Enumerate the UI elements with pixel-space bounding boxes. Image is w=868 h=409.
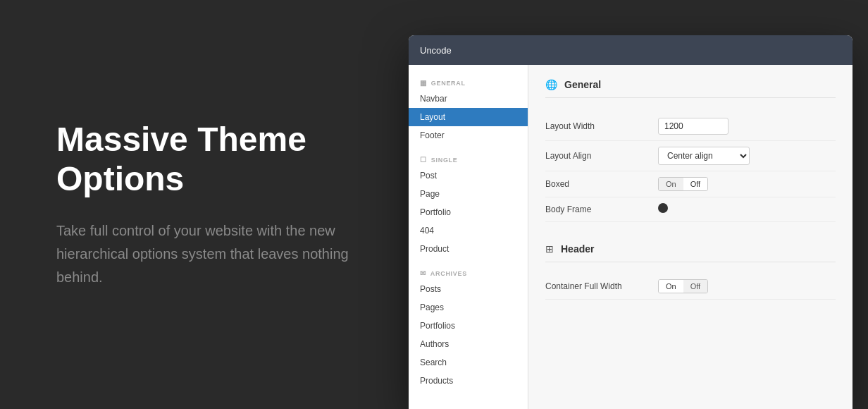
layout-align-select[interactable]: Center align <box>658 147 750 165</box>
sidebar-item-products[interactable]: Products <box>409 372 528 390</box>
right-panel: Uncode ▦ GENERAL Navbar Layout Footer <box>409 0 868 409</box>
sidebar-item-product[interactable]: Product <box>409 240 528 258</box>
headline-line1: Massive Theme <box>56 121 306 158</box>
body-frame-radio[interactable] <box>658 203 668 213</box>
sidebar-item-pages[interactable]: Pages <box>409 298 528 317</box>
main-content: 🌐 General Layout Width Layout Align Cent <box>528 65 852 409</box>
headline-line2: Options <box>56 160 184 197</box>
sidebar-item-portfolios[interactable]: Portfolios <box>409 317 528 335</box>
layout-width-label: Layout Width <box>545 121 658 131</box>
body-frame-row: Body Frame <box>545 197 836 222</box>
sidebar-divider-1 <box>409 145 528 152</box>
sidebar-item-404[interactable]: 404 <box>409 221 528 240</box>
boxed-toggle-group: On Off <box>658 177 708 191</box>
sidebar-item-authors[interactable]: Authors <box>409 335 528 353</box>
boxed-on-button[interactable]: On <box>659 178 683 190</box>
sidebar-item-posts[interactable]: Posts <box>409 280 528 298</box>
subtext: Take full control of your website with t… <box>56 219 352 289</box>
sidebar-item-footer[interactable]: Footer <box>409 126 528 145</box>
sidebar-divider-2 <box>409 258 528 265</box>
layout-align-value: Center align <box>658 147 836 165</box>
window-title: Uncode <box>420 45 452 56</box>
container-toggle-group: On Off <box>658 279 708 293</box>
window-titlebar: Uncode <box>409 35 852 65</box>
header-section-heading: ⊞ Header <box>545 243 836 262</box>
container-full-width-label: Container Full Width <box>545 281 658 291</box>
header-section-text: Header <box>561 243 594 255</box>
sidebar-item-search[interactable]: Search <box>409 353 528 372</box>
general-section-label: ▦ GENERAL <box>409 75 528 90</box>
single-label-text: SINGLE <box>431 157 458 164</box>
sidebar-item-post[interactable]: Post <box>409 166 528 185</box>
globe-icon: 🌐 <box>545 79 557 90</box>
sidebar-item-layout[interactable]: Layout <box>409 108 528 126</box>
boxed-off-button[interactable]: Off <box>683 178 707 190</box>
sidebar-item-portfolio[interactable]: Portfolio <box>409 203 528 221</box>
archives-section-label: ✉ ARCHIVES <box>409 265 528 280</box>
general-icon: ▦ <box>420 79 427 87</box>
body-frame-label: Body Frame <box>545 204 658 214</box>
layout-width-input[interactable] <box>658 118 728 135</box>
archives-icon: ✉ <box>420 269 426 277</box>
single-icon: ☐ <box>420 156 427 164</box>
ui-window: Uncode ▦ GENERAL Navbar Layout Footer <box>409 35 852 409</box>
container-on-button[interactable]: On <box>659 280 683 293</box>
layout-align-label: Layout Align <box>545 151 658 161</box>
single-section-label: ☐ SINGLE <box>409 152 528 166</box>
layout-width-row: Layout Width <box>545 112 836 141</box>
section-gap <box>545 222 836 236</box>
headline: Massive Theme Options <box>56 120 352 197</box>
layout-width-value <box>658 118 836 135</box>
sidebar: ▦ GENERAL Navbar Layout Footer ☐ SINGLE <box>409 65 528 409</box>
sidebar-item-navbar[interactable]: Navbar <box>409 90 528 108</box>
general-section-heading: 🌐 General <box>545 79 836 98</box>
boxed-label: Boxed <box>545 179 658 189</box>
container-full-width-row: Container Full Width On Off <box>545 274 836 300</box>
sidebar-item-page[interactable]: Page <box>409 185 528 203</box>
general-label-text: GENERAL <box>431 80 466 87</box>
body-frame-value <box>658 203 836 216</box>
left-panel: Massive Theme Options Take full control … <box>0 78 409 331</box>
window-body: ▦ GENERAL Navbar Layout Footer ☐ SINGLE <box>409 65 852 409</box>
boxed-row: Boxed On Off <box>545 171 836 197</box>
general-section-text: General <box>564 79 601 90</box>
layout-align-row: Layout Align Center align <box>545 141 836 171</box>
container-full-width-toggle: On Off <box>658 279 836 293</box>
archives-label-text: ARCHIVES <box>430 270 467 277</box>
container-off-button[interactable]: Off <box>683 280 707 293</box>
header-icon: ⊞ <box>545 243 554 255</box>
boxed-toggle: On Off <box>658 177 836 191</box>
